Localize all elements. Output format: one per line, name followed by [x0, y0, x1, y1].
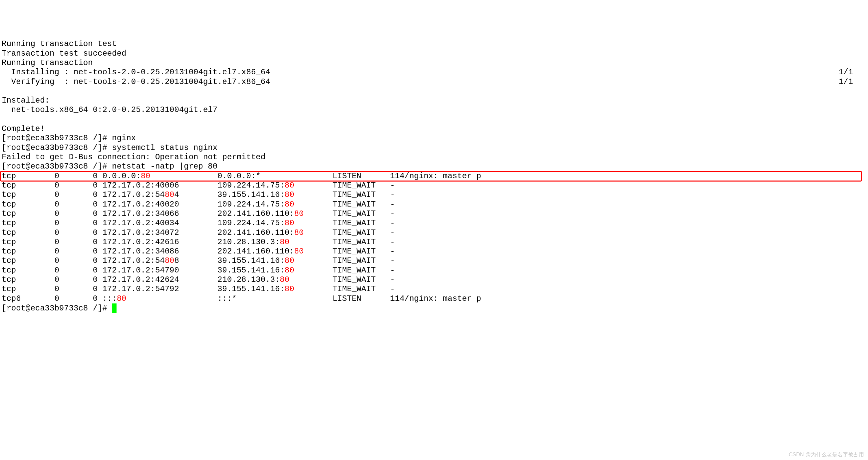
- netstat-row: tcp 0 0 172.17.0.2:40020 109.224.14.75:8…: [2, 200, 866, 209]
- prompt-line: [root@eca33b9733c8 /]# nginx: [2, 133, 866, 143]
- output-line: [2, 87, 866, 96]
- output-line: net-tools.x86_64 0:2.0-0.25.20131004git.…: [2, 105, 866, 115]
- netstat-row: tcp 0 0 172.17.0.2:42616 210.28.130.3:80…: [2, 238, 866, 247]
- netstat-row: tcp6 0 0 :::80 :::* LISTEN 114/nginx: ma…: [2, 294, 866, 303]
- terminal-output: Running transaction testTransaction test…: [2, 39, 866, 313]
- cursor-icon: [112, 303, 117, 313]
- netstat-row: tcp 0 0 172.17.0.2:34072 202.141.160.110…: [2, 228, 866, 238]
- output-line: Installed:: [2, 96, 866, 105]
- output-line: Failed to get D-Bus connection: Operatio…: [2, 153, 866, 162]
- netstat-row: tcp 0 0 172.17.0.2:54790 39.155.141.16:8…: [2, 266, 866, 275]
- prompt-line: [root@eca33b9733c8 /]# netstat -natp |gr…: [2, 162, 866, 171]
- output-line: Complete!: [2, 124, 866, 133]
- output-line: Transaction test succeeded: [2, 49, 866, 58]
- netstat-row: tcp 0 0 172.17.0.2:54808 39.155.141.16:8…: [2, 256, 866, 266]
- output-line: Verifying : net-tools-2.0-0.25.20131004g…: [2, 77, 866, 87]
- netstat-row: tcp 0 0 172.17.0.2:40034 109.224.14.75:8…: [2, 218, 866, 228]
- netstat-row: tcp 0 0 0.0.0.0:80 0.0.0.0:* LISTEN 114/…: [2, 172, 866, 181]
- netstat-row: tcp 0 0 172.17.0.2:34066 202.141.160.110…: [2, 209, 866, 218]
- netstat-row: tcp 0 0 172.17.0.2:34086 202.141.160.110…: [2, 247, 866, 256]
- netstat-row: tcp 0 0 172.17.0.2:54804 39.155.141.16:8…: [2, 190, 866, 200]
- output-line: Running transaction test: [2, 39, 866, 49]
- output-line: Installing : net-tools-2.0-0.25.20131004…: [2, 68, 866, 77]
- netstat-row: tcp 0 0 172.17.0.2:54792 39.155.141.16:8…: [2, 284, 866, 294]
- netstat-row: tcp 0 0 172.17.0.2:40006 109.224.14.75:8…: [2, 181, 866, 190]
- output-line: [2, 115, 866, 124]
- netstat-row: tcp 0 0 172.17.0.2:42624 210.28.130.3:80…: [2, 275, 866, 284]
- prompt-line: [root@eca33b9733c8 /]# systemctl status …: [2, 143, 866, 153]
- prompt-line[interactable]: [root@eca33b9733c8 /]#: [2, 303, 866, 313]
- output-line: Running transaction: [2, 58, 866, 68]
